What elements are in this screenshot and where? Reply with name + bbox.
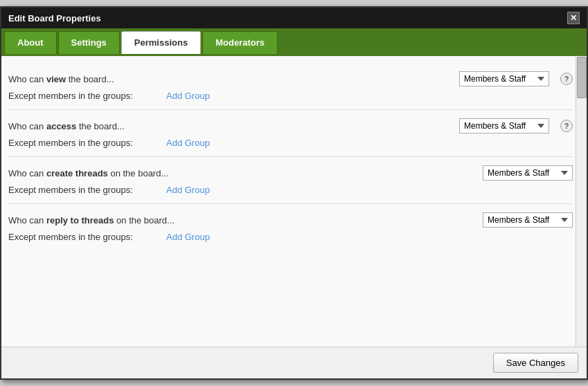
access-help-icon[interactable]: ? (560, 120, 573, 132)
view-dropdown[interactable]: Members & Staff All Guests Members Only … (459, 71, 549, 86)
permission-main-view: Who can view the board... Members & Staf… (8, 71, 573, 86)
add-group-link-access[interactable]: Add Group (166, 138, 210, 148)
except-row-access: Except members in the groups: Add Group (8, 138, 573, 148)
permission-label-access: Who can access the board... (8, 121, 459, 131)
except-label-reply-to-threads: Except members in the groups: (8, 232, 161, 242)
permission-control-view: Members & Staff All Guests Members Only … (459, 71, 573, 86)
tab-settings[interactable]: Settings (58, 31, 120, 54)
permission-label-create-threads: Who can create threads on the board... (8, 168, 483, 178)
except-row-create-threads: Except members in the groups: Add Group (8, 185, 573, 195)
content-area: Who can view the board... Members & Staf… (1, 56, 587, 347)
permission-control-access: Members & Staff All Guests Members Only … (459, 118, 573, 134)
permission-row-access: Who can access the board... Members & St… (8, 110, 573, 157)
except-label-access: Except members in the groups: (8, 138, 161, 148)
permission-label-view: Who can view the board... (8, 74, 459, 84)
except-label-create-threads: Except members in the groups: (8, 185, 161, 195)
permission-control-create-threads: Members & Staff All Guests Members Only … (483, 165, 573, 181)
permission-row-create-threads: Who can create threads on the board... M… (8, 157, 573, 204)
create-threads-dropdown[interactable]: Members & Staff All Guests Members Only … (483, 165, 573, 181)
permission-row-reply-to-threads: Who can reply to threads on the board...… (8, 204, 573, 250)
dialog-titlebar: Edit Board Properties ✕ (1, 8, 587, 28)
reply-to-threads-dropdown[interactable]: Members & Staff All Guests Members Only … (483, 212, 573, 228)
except-row-view: Except members in the groups: Add Group (8, 91, 573, 101)
dialog-footer: Save Changes (1, 347, 587, 378)
access-dropdown[interactable]: Members & Staff All Guests Members Only … (459, 118, 549, 134)
dialog-title: Edit Board Properties (8, 13, 101, 24)
tab-moderators[interactable]: Moderators (202, 31, 278, 54)
permission-main-create-threads: Who can create threads on the board... M… (8, 165, 573, 181)
permission-main-reply-to-threads: Who can reply to threads on the board...… (8, 212, 573, 228)
close-button[interactable]: ✕ (567, 12, 580, 24)
except-label-view: Except members in the groups: (8, 91, 161, 101)
scrollbar-thumb[interactable] (577, 57, 587, 98)
scrollbar-track[interactable] (576, 56, 587, 347)
permissions-content: Who can view the board... Members & Staf… (1, 56, 587, 347)
permission-row-view: Who can view the board... Members & Staf… (8, 63, 573, 110)
save-changes-button[interactable]: Save Changes (493, 353, 578, 373)
permission-main-access: Who can access the board... Members & St… (8, 118, 573, 134)
tab-about[interactable]: About (4, 31, 57, 54)
tab-bar: About Settings Permissions Moderators (1, 28, 587, 56)
add-group-link-reply-to-threads[interactable]: Add Group (166, 232, 210, 242)
tab-permissions[interactable]: Permissions (121, 31, 201, 54)
permission-control-reply-to-threads: Members & Staff All Guests Members Only … (483, 212, 573, 228)
except-row-reply-to-threads: Except members in the groups: Add Group (8, 232, 573, 242)
edit-board-properties-dialog: Edit Board Properties ✕ About Settings P… (0, 6, 588, 380)
view-help-icon[interactable]: ? (560, 73, 573, 85)
permission-label-reply-to-threads: Who can reply to threads on the board... (8, 215, 483, 226)
add-group-link-view[interactable]: Add Group (166, 91, 210, 101)
add-group-link-create-threads[interactable]: Add Group (166, 185, 210, 195)
